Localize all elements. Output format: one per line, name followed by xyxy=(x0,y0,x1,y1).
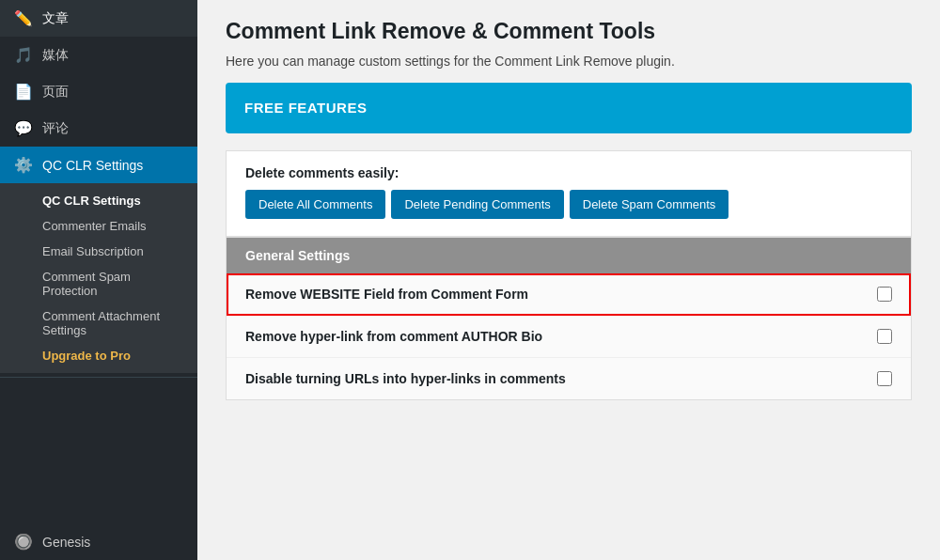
settings-card: General Settings Remove WEBSITE Field fr… xyxy=(226,237,912,400)
sidebar-item-upgrade-to-pro[interactable]: Upgrade to Pro xyxy=(0,343,197,368)
checkbox-remove-author-bio[interactable] xyxy=(877,329,892,344)
gear-icon: ⚙️ xyxy=(14,156,33,174)
media-icon: 🎵 xyxy=(14,46,33,64)
settings-header-title: General Settings xyxy=(245,248,350,263)
sidebar-item-email-subscription[interactable]: Email Subscription xyxy=(0,239,197,264)
sidebar-divider xyxy=(0,377,197,378)
pages-icon: 📄 xyxy=(14,83,33,101)
setting-label-remove-website: Remove WEBSITE Field from Comment Form xyxy=(245,287,528,302)
articles-icon: ✏️ xyxy=(14,9,33,27)
delete-all-button[interactable]: Delete All Comments xyxy=(245,190,385,219)
setting-label-disable-urls: Disable turning URLs into hyper-links in… xyxy=(245,371,566,386)
setting-row-disable-urls: Disable turning URLs into hyper-links in… xyxy=(227,358,911,399)
checkbox-disable-urls[interactable] xyxy=(877,371,892,386)
delete-pending-button[interactable]: Delete Pending Comments xyxy=(391,190,563,219)
sidebar-item-qc-clr-settings[interactable]: QC CLR Settings xyxy=(0,188,197,213)
settings-header: General Settings xyxy=(227,238,911,273)
delete-section: Delete comments easily: Delete All Comme… xyxy=(226,150,912,237)
free-features-card: FREE FEATURES xyxy=(226,83,912,133)
genesis-icon: 🔘 xyxy=(14,533,33,551)
sidebar-nav-item-comments[interactable]: 💬 评论 xyxy=(0,110,197,147)
delete-label: Delete comments easily: xyxy=(245,165,892,180)
page-description: Here you can manage custom settings for … xyxy=(226,54,912,69)
free-features-title: FREE FEATURES xyxy=(244,100,367,116)
page-title: Comment Link Remove & Comment Tools xyxy=(226,19,912,44)
main-content: Comment Link Remove & Comment Tools Here… xyxy=(197,0,940,560)
sidebar-nav-item-media[interactable]: 🎵 媒体 xyxy=(0,37,197,73)
checkbox-remove-website[interactable] xyxy=(877,287,892,302)
sidebar-item-comment-attachment-settings[interactable]: Comment Attachment Settings xyxy=(0,303,197,343)
setting-row-remove-author-bio: Remove hyper-link from comment AUTHOR Bi… xyxy=(227,316,911,358)
sidebar-label-pages: 页面 xyxy=(42,84,69,101)
sidebar: ✏️ 文章 🎵 媒体 📄 页面 💬 评论 ⚙️ QC CLR Settings … xyxy=(0,0,197,560)
sidebar-submenu: QC CLR Settings Commenter Emails Email S… xyxy=(0,183,197,373)
sidebar-label-genesis: Genesis xyxy=(42,535,90,550)
sidebar-item-commenter-emails[interactable]: Commenter Emails xyxy=(0,213,197,239)
sidebar-nav-item-qc-clr[interactable]: ⚙️ QC CLR Settings xyxy=(0,147,197,183)
sidebar-item-comment-spam-protection[interactable]: Comment Spam Protection xyxy=(0,264,197,303)
sidebar-nav-item-articles[interactable]: ✏️ 文章 xyxy=(0,0,197,37)
sidebar-item-genesis[interactable]: 🔘 Genesis xyxy=(0,523,197,560)
sidebar-label-qc-clr: QC CLR Settings xyxy=(42,158,143,173)
sidebar-label-media: 媒体 xyxy=(42,47,69,64)
button-row: Delete All Comments Delete Pending Comme… xyxy=(245,190,892,219)
setting-row-remove-website: Remove WEBSITE Field from Comment Form xyxy=(227,273,911,316)
setting-label-remove-author-bio: Remove hyper-link from comment AUTHOR Bi… xyxy=(245,329,542,344)
comments-icon: 💬 xyxy=(14,119,33,137)
sidebar-nav-item-pages[interactable]: 📄 页面 xyxy=(0,73,197,110)
sidebar-label-articles: 文章 xyxy=(42,10,69,27)
delete-spam-button[interactable]: Delete Spam Comments xyxy=(570,190,729,219)
sidebar-label-comments: 评论 xyxy=(42,120,69,137)
